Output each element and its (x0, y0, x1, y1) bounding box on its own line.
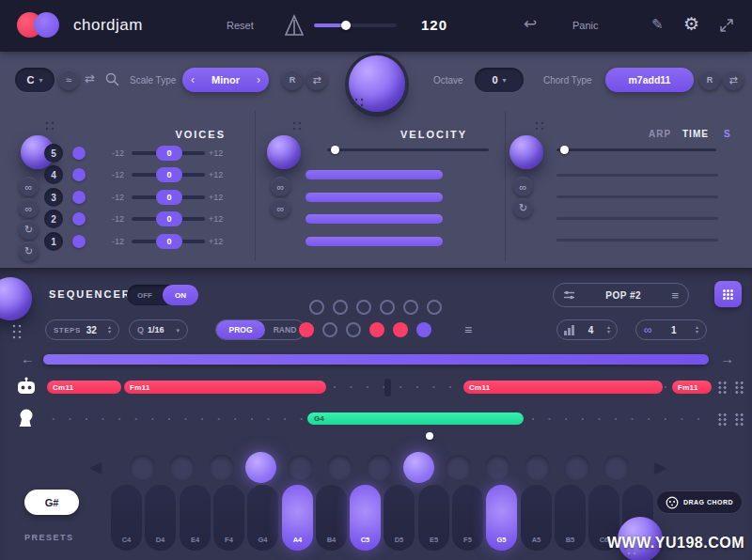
step-dot[interactable] (380, 300, 395, 315)
chevron-down-icon[interactable]: ▾ (108, 330, 111, 334)
prog-rand-toggle[interactable]: PROG RAND (215, 319, 306, 340)
voice-enable-dot[interactable] (72, 212, 86, 226)
note-pad-active[interactable] (245, 452, 276, 483)
piano-key[interactable]: B4 (316, 485, 347, 551)
octave-select[interactable]: 0 ▾ (475, 68, 524, 92)
chord-track-divider[interactable] (384, 379, 391, 397)
undo-icon[interactable]: ↩ (524, 14, 537, 34)
timeline-back-icon[interactable]: ← (21, 350, 35, 366)
step-dot[interactable] (333, 300, 348, 315)
note-pad[interactable] (288, 455, 313, 480)
gear-icon[interactable]: ⚙ (683, 13, 699, 35)
arp-loop-button[interactable]: ∞ (513, 177, 533, 196)
keyboard-scroll-right-icon[interactable]: ▶ (654, 458, 666, 477)
metronome-icon[interactable] (283, 13, 306, 38)
piano-key[interactable]: F5 (452, 485, 483, 551)
arp-slider[interactable] (556, 148, 716, 151)
sync-tab[interactable]: S (724, 129, 730, 139)
voice-value-pill[interactable]: 0 (156, 167, 182, 182)
chord-type-select[interactable]: m7add11 (605, 68, 694, 92)
expand-icon[interactable] (718, 17, 735, 34)
velocity-range-slider[interactable] (327, 148, 489, 151)
prog-option[interactable]: PROG (216, 320, 265, 339)
arp-lane[interactable] (556, 195, 718, 198)
arp-knob[interactable] (509, 135, 543, 169)
timeline-forward-icon[interactable]: → (720, 350, 734, 366)
drag-chord-button[interactable]: DRAG CHORD (656, 490, 743, 514)
chord-clip[interactable]: Fm11 (672, 381, 712, 394)
voices-cycle-button[interactable]: ↻ (19, 241, 39, 261)
voice-enable-dot[interactable] (72, 147, 86, 160)
note-clip[interactable]: G4 (307, 412, 524, 425)
scale-random-button[interactable]: R (282, 70, 303, 90)
menu-icon[interactable]: ≡ (464, 322, 472, 337)
pencil-icon[interactable]: ✎ (651, 16, 664, 33)
note-pad[interactable] (446, 455, 471, 480)
chord-track-drag-handle[interactable] (734, 381, 744, 394)
note-pad[interactable] (327, 455, 352, 480)
arp-lane[interactable] (556, 217, 718, 220)
piano-key-active[interactable]: C5 (350, 485, 381, 551)
steps-stepper[interactable]: STEPS 32 ▴▾ (45, 319, 119, 340)
step-dot[interactable] (403, 300, 418, 315)
voices-cycle-button[interactable]: ↻ (19, 220, 39, 240)
note-track-drag-handle[interactable] (717, 412, 728, 426)
piano-key[interactable]: F4 (213, 485, 244, 551)
bpm-slider-thumb[interactable] (341, 21, 351, 30)
voices-grip[interactable] (44, 120, 55, 132)
preset-selector[interactable]: POP #2 ≡ (553, 283, 689, 307)
voice-number[interactable]: 4 (44, 165, 63, 184)
scale-type-select[interactable]: ‹ Minor › (182, 68, 269, 92)
note-pad[interactable] (367, 455, 392, 480)
chevron-right-icon[interactable]: › (257, 73, 260, 86)
velocity-loop-button[interactable]: ∞ (271, 198, 290, 218)
search-icon[interactable] (105, 72, 119, 86)
voice-number[interactable]: 3 (44, 188, 63, 207)
scale-shuffle-button[interactable]: ⇄ (306, 70, 327, 90)
chord-track-drag-handle[interactable] (717, 381, 728, 394)
step-dot-current[interactable] (416, 322, 431, 337)
step-dot-active[interactable] (393, 322, 408, 337)
step-dot[interactable] (427, 300, 442, 315)
timeline-bar[interactable] (43, 354, 709, 365)
piano-key[interactable]: E5 (418, 485, 449, 551)
toggle-on-label[interactable]: ON (163, 285, 198, 305)
voice-value-pill[interactable]: 0 (156, 146, 182, 161)
arp-slider-thumb[interactable] (560, 146, 569, 154)
voice-number[interactable]: 2 (44, 210, 63, 228)
toggle-off-label[interactable]: OFF (127, 291, 163, 300)
voice-value-pill[interactable]: 0 (156, 234, 182, 249)
step-dot[interactable] (356, 300, 371, 315)
arp-tab[interactable]: ARP (649, 129, 671, 139)
voice-enable-dot[interactable] (72, 235, 86, 248)
arp-lane[interactable] (556, 174, 718, 177)
main-knob-grip[interactable] (353, 97, 365, 108)
keyboard-scroll-left-icon[interactable]: ◀ (89, 458, 102, 477)
piano-key[interactable]: D5 (384, 485, 415, 551)
arp-cycle-button[interactable]: ↻ (513, 198, 533, 218)
piano-key-active[interactable]: A4 (282, 485, 313, 551)
voice-value-pill[interactable]: 0 (156, 190, 182, 205)
bpm-slider[interactable] (314, 23, 397, 27)
step-dot-active[interactable] (369, 322, 384, 337)
note-pad[interactable] (564, 455, 589, 480)
piano-key[interactable]: C4 (111, 485, 142, 551)
chord-clip[interactable]: Fm11 (124, 381, 326, 394)
voices-loop-button[interactable]: ∞ (19, 198, 39, 218)
root-note-select[interactable]: C ▾ (15, 68, 55, 92)
velocity-bar[interactable] (306, 193, 443, 202)
step-dot[interactable] (322, 322, 337, 337)
bars-stepper[interactable]: 4 ▴▾ (556, 319, 618, 340)
voices-loop-button[interactable]: ∞ (19, 177, 39, 196)
note-pad[interactable] (485, 455, 510, 480)
velocity-knob[interactable] (267, 135, 301, 169)
spread-button[interactable]: ≈ (58, 70, 79, 90)
chord-clip[interactable]: Cm11 (47, 381, 121, 394)
voice-number[interactable]: 5 (44, 144, 63, 163)
sequencer-grip[interactable] (11, 323, 23, 339)
chevron-left-icon[interactable]: ‹ (191, 73, 195, 86)
menu-icon[interactable]: ≡ (671, 288, 679, 303)
velocity-loop-button[interactable]: ∞ (271, 177, 290, 196)
reset-button[interactable]: Reset (227, 20, 254, 31)
note-pad[interactable] (130, 455, 155, 480)
